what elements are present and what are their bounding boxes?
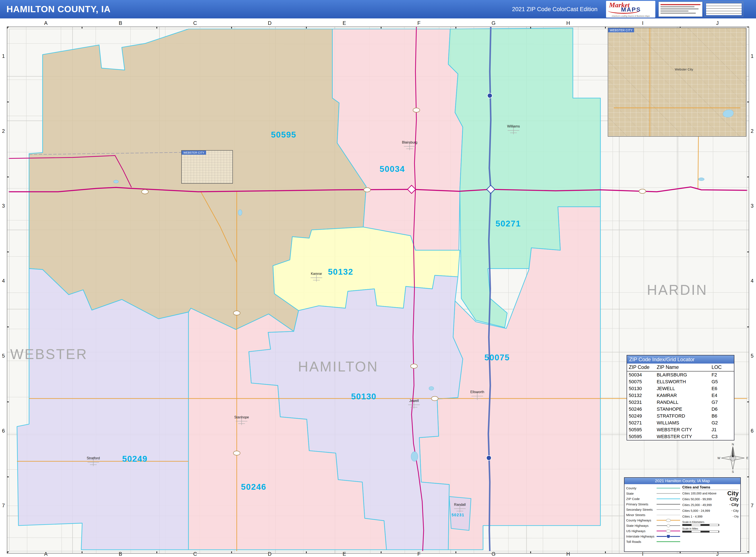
legend-road-label: Toll Roads bbox=[626, 540, 657, 544]
compass-n: N bbox=[732, 443, 734, 446]
legend-line-sample bbox=[657, 529, 680, 533]
grid-letter-C-top: C bbox=[193, 20, 197, 26]
page: { "header": { "title": "HAMILTON COUNTY,… bbox=[0, 0, 756, 557]
zip-index-row: 50034BLAIRSBURGF2 bbox=[627, 372, 734, 378]
legend-line-sample bbox=[657, 497, 680, 501]
legend-line bbox=[657, 509, 680, 510]
legend-city-sample: ·City bbox=[733, 515, 739, 518]
legend-road-item: Secondary Streets bbox=[626, 507, 680, 512]
legend-road-item: State Highways bbox=[626, 523, 680, 528]
zip-index-cell: WILLIAMS bbox=[657, 420, 711, 426]
legend-city-sample: City bbox=[730, 496, 739, 502]
legend-city-item: Cities 50,000 - 99,999City bbox=[682, 496, 739, 502]
oval-marker-icon bbox=[666, 530, 671, 533]
inset-highway-line bbox=[649, 28, 650, 136]
zip-index-title: ZIP Code Index/Grid Locator bbox=[627, 355, 734, 363]
zip-index-cell: 50595 bbox=[629, 427, 657, 433]
grid-number-1-right: 1 bbox=[751, 53, 753, 59]
compass-w: W bbox=[718, 456, 720, 460]
legend-line-sample bbox=[657, 503, 680, 506]
publisher-fineprint-box bbox=[705, 2, 743, 17]
map-legend: 2021 Hamilton County, IA Map CountyState… bbox=[624, 477, 741, 552]
title-bar: HAMILTON COUNTY, IA 2021 ZIP Code ColorC… bbox=[0, 0, 756, 19]
legend-city-item: Cities 25,000 - 49,999·City bbox=[682, 502, 739, 508]
contact-line bbox=[661, 8, 699, 9]
legend-line-sample bbox=[657, 508, 680, 511]
legend-city-sample: ·City bbox=[731, 509, 739, 512]
grid-number-6-left: 6 bbox=[2, 428, 5, 434]
legend-city-items: Cities 100,000 and AboveCityCities 50,00… bbox=[682, 490, 739, 519]
zip-index-cell: BLAIRSBURG bbox=[657, 372, 711, 378]
compass-s: S bbox=[732, 470, 734, 473]
grid-number-6-right: 6 bbox=[751, 428, 753, 434]
zip-index-cell: 50132 bbox=[629, 393, 657, 398]
legend-line-sample bbox=[657, 492, 680, 495]
zip-index-cell: ELLSWORTH bbox=[657, 379, 711, 385]
legend-road-item: Interstate Highways bbox=[626, 534, 680, 539]
zip-index-cell: RANDALL bbox=[657, 400, 711, 405]
legend-road-label: Minor Streets bbox=[626, 513, 657, 517]
legend-line bbox=[657, 499, 680, 499]
zip-index-cell: D6 bbox=[711, 406, 732, 412]
grid-letter-E-top: E bbox=[343, 20, 346, 26]
grid-letter-G-top: G bbox=[491, 20, 495, 26]
zip-index-cell: 50271 bbox=[629, 420, 657, 426]
legend-line bbox=[657, 488, 680, 489]
legend-scale-bars: Scale in KilometersScale in Miles bbox=[682, 521, 739, 533]
shield-marker-icon bbox=[667, 535, 670, 538]
town-dot-icon: · bbox=[731, 509, 732, 512]
legend-road-label: County bbox=[626, 486, 657, 490]
grid-number-4-right: 4 bbox=[751, 278, 753, 284]
zip-code-index: ZIP Code Index/Grid Locator ZIP Code ZIP… bbox=[627, 355, 734, 440]
legend-city-sample: City bbox=[727, 490, 739, 497]
legend-city-item: Cities 100,000 and AboveCity bbox=[682, 490, 739, 496]
grid-letter-B-top: B bbox=[119, 20, 122, 26]
inset-highway-line bbox=[614, 108, 740, 108]
scale-bar-block: Scale in Miles bbox=[682, 527, 739, 533]
grid-letter-A-top: A bbox=[44, 20, 48, 26]
compass-star-icon bbox=[721, 446, 745, 470]
webster-city-callout-box: WEBSTER CITY bbox=[181, 150, 233, 184]
zip-index-row: 50271WILLIAMSG2 bbox=[627, 419, 734, 426]
grid-number-7-right: 7 bbox=[751, 503, 753, 508]
logo-swoosh-icon bbox=[608, 7, 640, 14]
zip-index-cell: 50595 bbox=[629, 434, 657, 439]
legend-line-sample bbox=[657, 524, 680, 527]
zip-index-cell: JEWELL bbox=[657, 386, 711, 391]
col-loc: LOC bbox=[711, 364, 732, 370]
ruler-ticks-right bbox=[747, 27, 749, 554]
zip-index-row: 50246STANHOPED6 bbox=[627, 406, 734, 413]
compass-e: E bbox=[746, 456, 748, 460]
zip-index-cell: G5 bbox=[711, 379, 732, 385]
scale-bar-label: Scale in Kilometers bbox=[682, 521, 739, 524]
contact-line bbox=[661, 10, 689, 11]
map-title: HAMILTON COUNTY, IA bbox=[6, 4, 111, 14]
zip-index-cell: B6 bbox=[711, 413, 732, 419]
zip-index-row: 50595WEBSTER CITYJ1 bbox=[627, 426, 734, 433]
legend-road-item: US Highways bbox=[626, 528, 680, 534]
contact-line bbox=[661, 4, 700, 5]
edition-label: 2021 ZIP Code ColorCast Edition bbox=[512, 0, 598, 19]
legend-city-item: Cities 1 - 4,999·City bbox=[682, 514, 739, 519]
zip-index-row: 50231RANDALLG7 bbox=[627, 399, 734, 406]
legend-road-item: State bbox=[626, 491, 680, 496]
zip-index-cell: 50034 bbox=[629, 372, 657, 378]
town-dot-icon: · bbox=[733, 515, 733, 518]
marketmaps-logo: Market MAPS America's Leading Source of … bbox=[606, 1, 655, 18]
zip-region-50231 bbox=[449, 497, 471, 530]
legend-road-label: County Highways bbox=[626, 519, 657, 522]
legend-line-sample bbox=[657, 513, 680, 517]
legend-line bbox=[657, 541, 680, 542]
zip-index-cell: STANHOPE bbox=[657, 406, 711, 412]
zip-index-cell: E6 bbox=[711, 386, 732, 391]
legend-road-label: Primary Streets bbox=[626, 502, 657, 506]
grid-letter-J-top: J bbox=[716, 20, 719, 26]
grid-number-3-right: 3 bbox=[751, 203, 753, 209]
legend-cities-header: Cities and Towns bbox=[682, 486, 739, 490]
circle-marker-icon bbox=[667, 524, 670, 527]
legend-road-label: Interstate Highways bbox=[626, 534, 657, 538]
zip-index-cell: G7 bbox=[711, 400, 732, 405]
legend-road-label: State bbox=[626, 492, 657, 495]
zip-index-row: 50132KAMRARE4 bbox=[627, 392, 734, 399]
legend-road-label: State Highways bbox=[626, 524, 657, 527]
